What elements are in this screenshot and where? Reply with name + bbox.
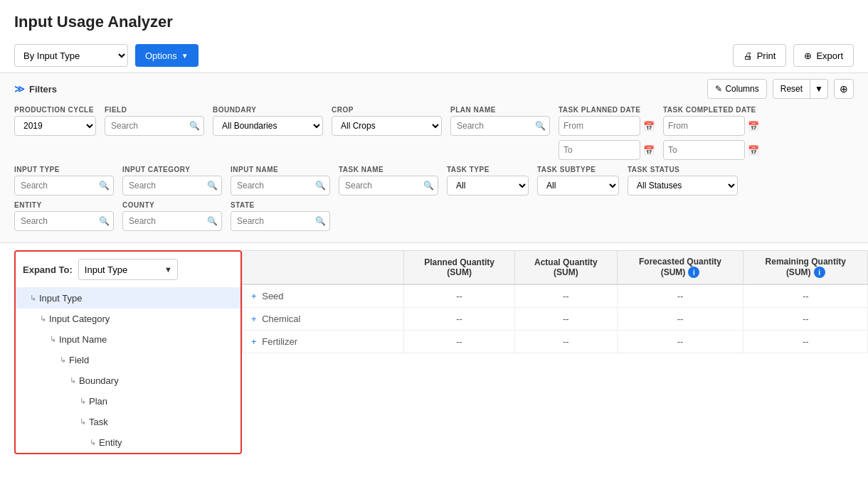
expand-dropdown-menu: ↳ Input Type ↳ Input Category ↳ Input Na… xyxy=(16,287,240,453)
expand-container: Expand To: Input Type ▼ ↳ Input Type ↳ I… xyxy=(14,250,242,454)
data-table-container: Planned Quantity (SUM) Actual Quantity (… xyxy=(242,250,868,353)
row-toggle[interactable]: + xyxy=(251,314,257,324)
options-arrow-icon: ▼ xyxy=(181,52,189,60)
table-row: + Chemical -- -- -- -- xyxy=(243,308,868,331)
col-forecasted-sublabel: (SUM) xyxy=(661,267,686,277)
col-forecasted-label: Forecasted Quantity xyxy=(626,257,735,267)
production-cycle-group: PRODUCTION CYCLE 2019 xyxy=(14,106,96,136)
filters-bar: ≫ Filters ✎ Columns Reset ▼ ⊕ xyxy=(0,73,868,243)
row-planned: -- xyxy=(404,331,515,353)
dropdown-item-boundary[interactable]: ↳ Boundary xyxy=(16,370,240,391)
plan-name-label: PLAN NAME xyxy=(450,106,550,114)
row-name: Seed xyxy=(262,291,283,301)
task-completed-to-input[interactable] xyxy=(663,140,745,160)
crop-select[interactable]: All Crops xyxy=(332,116,442,136)
dropdown-item-entity[interactable]: ↳ Entity xyxy=(16,432,240,453)
input-category-label: INPUT CATEGORY xyxy=(122,166,222,173)
task-completed-to-calendar-icon[interactable]: 📅 xyxy=(748,145,759,156)
row-name: Chemical xyxy=(262,314,300,324)
task-type-select[interactable]: All xyxy=(447,176,529,196)
col-actual-label: Actual Quantity xyxy=(524,257,608,267)
entity-search-icon: 🔍 xyxy=(99,216,110,226)
dropdown-item-input-category[interactable]: ↳ Input Category xyxy=(16,309,240,329)
entity-group: ENTITY 🔍 xyxy=(14,201,114,231)
dropdown-item-field[interactable]: ↳ Field xyxy=(16,350,240,370)
reset-split-button[interactable]: ▼ xyxy=(810,79,828,99)
row-name-cell: + Chemical xyxy=(243,308,404,331)
col-planned-label: Planned Quantity xyxy=(413,257,506,267)
task-status-select[interactable]: All Statuses xyxy=(628,176,738,196)
task-type-label: TASK TYPE xyxy=(447,166,529,173)
export-icon: ⊕ xyxy=(804,50,812,61)
input-category-group: INPUT CATEGORY 🔍 xyxy=(122,166,222,196)
col-header-planned: Planned Quantity (SUM) xyxy=(404,251,515,285)
task-planned-from-input[interactable] xyxy=(559,116,640,136)
row-forecasted: -- xyxy=(617,331,743,353)
task-planned-to-calendar-icon[interactable]: 📅 xyxy=(643,145,655,156)
row-planned: -- xyxy=(404,308,515,331)
row-toggle[interactable]: + xyxy=(251,291,257,301)
export-label: Export xyxy=(816,50,843,61)
input-name-search-icon: 🔍 xyxy=(315,181,326,191)
task-planned-from-calendar-icon[interactable]: 📅 xyxy=(643,121,655,132)
task-subtype-select[interactable]: All xyxy=(537,176,619,196)
input-type-label: INPUT TYPE xyxy=(14,166,114,173)
dropdown-item-plan[interactable]: ↳ Plan xyxy=(16,391,240,412)
task-completed-from-input[interactable] xyxy=(663,116,745,136)
export-button[interactable]: ⊕ Export xyxy=(793,44,854,67)
row-name-cell: + Fertilizer xyxy=(243,331,404,353)
table-row: + Fertilizer -- -- -- -- xyxy=(243,331,868,353)
crop-label: CROP xyxy=(332,106,442,114)
columns-icon: ✎ xyxy=(715,84,722,94)
expand-to-label: Expand To: xyxy=(23,264,73,275)
filter-row-1: PRODUCTION CYCLE 2019 FIELD 🔍 BOUNDARY A… xyxy=(14,106,854,160)
boundary-label: BOUNDARY xyxy=(213,106,323,114)
input-type-search-icon: 🔍 xyxy=(99,181,110,191)
indent-arrow-icon-8: ↳ xyxy=(90,438,96,447)
entity-label: ENTITY xyxy=(14,201,114,209)
row-actual: -- xyxy=(515,331,617,353)
dropdown-item-input-category-label: Input Category xyxy=(49,314,110,324)
task-planned-date-label: TASK PLANNED DATE xyxy=(559,106,655,114)
county-group: COUNTY 🔍 xyxy=(122,201,222,231)
dropdown-item-input-type[interactable]: ↳ Input Type xyxy=(16,288,240,309)
main-content: Expand To: Input Type ▼ ↳ Input Type ↳ I… xyxy=(0,243,868,467)
task-status-group: TASK STATUS All Statuses xyxy=(628,166,738,196)
field-group: FIELD 🔍 xyxy=(105,106,204,136)
target-icon: ⊕ xyxy=(840,83,848,95)
col-remaining-sublabel: (SUM) xyxy=(786,267,811,277)
target-button[interactable]: ⊕ xyxy=(834,79,854,99)
input-name-label: INPUT NAME xyxy=(231,166,330,173)
filters-label: Filters xyxy=(29,84,57,95)
task-completed-from-calendar-icon[interactable]: 📅 xyxy=(748,121,759,132)
filter-row-3: ENTITY 🔍 COUNTY 🔍 STATE 🔍 xyxy=(14,201,854,231)
reset-button[interactable]: Reset xyxy=(773,79,810,99)
filters-title-row: ≫ Filters xyxy=(14,83,57,95)
toolbar: By Input Type Options ▼ 🖨 Print ⊕ Export xyxy=(0,38,868,73)
forecasted-info-icon[interactable]: i xyxy=(688,267,699,278)
state-label: STATE xyxy=(231,201,330,209)
row-forecasted: -- xyxy=(617,284,743,308)
dropdown-item-field-label: Field xyxy=(69,355,89,365)
crop-group: CROP All Crops xyxy=(332,106,442,136)
printer-icon: 🖨 xyxy=(743,50,753,61)
task-completed-date-group: TASK COMPLETED DATE 📅 📅 xyxy=(663,106,759,160)
task-planned-to-input[interactable] xyxy=(559,140,640,160)
boundary-select[interactable]: All Boundaries xyxy=(213,116,323,136)
print-button[interactable]: 🖨 Print xyxy=(733,44,787,67)
production-cycle-select[interactable]: 2019 xyxy=(14,116,96,136)
indent-arrow-icon-1: ↳ xyxy=(30,294,36,303)
remaining-info-icon[interactable]: i xyxy=(814,267,825,278)
options-button[interactable]: Options ▼ xyxy=(135,44,199,67)
row-actual: -- xyxy=(515,308,617,331)
filters-chevron-icon: ≫ xyxy=(14,83,25,95)
col-remaining-label: Remaining Quantity xyxy=(752,257,859,267)
expand-select[interactable]: Input Type xyxy=(78,259,178,280)
dropdown-item-input-name[interactable]: ↳ Input Name xyxy=(16,329,240,350)
row-toggle[interactable]: + xyxy=(251,336,257,347)
task-name-group: TASK NAME 🔍 xyxy=(339,166,438,196)
view-select[interactable]: By Input Type xyxy=(14,44,128,67)
dropdown-item-task[interactable]: ↳ Task xyxy=(16,412,240,432)
county-label: COUNTY xyxy=(122,201,222,209)
columns-button[interactable]: ✎ Columns xyxy=(707,79,766,99)
